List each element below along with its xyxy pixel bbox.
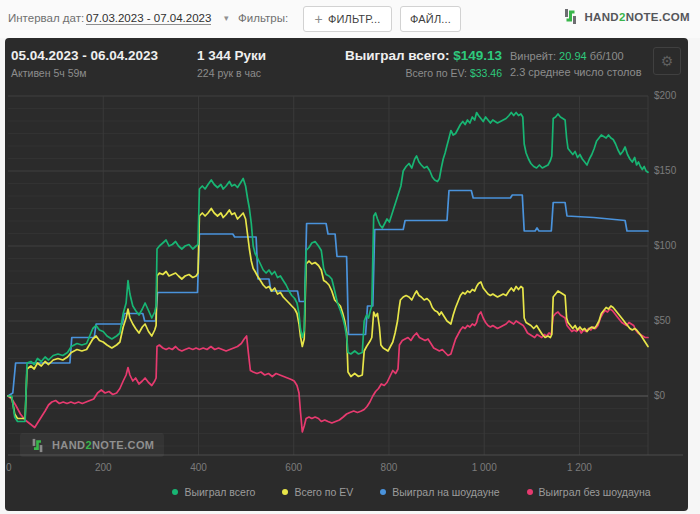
session-report-panel: 05.04.2023 - 06.04.2023 Активен 5ч 59м 1… (5, 38, 688, 511)
top-toolbar: Интервал дат: 07.03.2023 - 07.04.2023 ▾ … (0, 0, 700, 38)
date-interval-selector[interactable]: 07.03.2023 - 07.04.2023 (86, 12, 211, 25)
legend-label: Выиграл всего (184, 486, 255, 498)
legend-item[interactable]: Всего по EV (282, 486, 353, 498)
file-button[interactable]: ФАЙЛ... (400, 6, 461, 32)
legend-label: Выиграл без шоудауна (539, 486, 651, 498)
filters-label: Фильтры: (238, 12, 288, 24)
series-line-Всего по EV (8, 209, 648, 419)
legend-dot-icon (380, 489, 386, 495)
x-axis-tick-label: 0 (6, 462, 12, 473)
legend-label: Выиграл на шоудауне (392, 486, 499, 498)
plus-icon: + (315, 12, 323, 26)
hand2note-watermark-icon (30, 438, 45, 453)
legend-dot-icon (282, 489, 288, 495)
x-axis-tick-label: 600 (285, 462, 302, 473)
file-button-label: ФАЙЛ... (410, 13, 451, 25)
legend-item[interactable]: Выиграл всего (172, 486, 255, 498)
hand2note-logo-text: HAND2NOTE.COM (585, 11, 691, 23)
y-axis-tick-label: $0 (654, 390, 666, 401)
y-axis-tick-label: $200 (654, 90, 677, 101)
x-axis-tick-label: 1 200 (567, 462, 592, 473)
legend-dot-icon (527, 489, 533, 495)
chart-legend: Выиграл всегоВсего по EVВыиграл на шоуда… (135, 486, 688, 498)
hand2note-watermark: HAND2NOTE.COM (20, 433, 164, 457)
date-interval-label: Интервал дат: (8, 12, 84, 24)
add-filter-button[interactable]: + ФИЛЬТР... (303, 6, 392, 32)
legend-dot-icon (172, 489, 178, 495)
add-filter-button-label: ФИЛЬТР... (328, 13, 381, 25)
hand2note-logo-icon (562, 8, 579, 25)
legend-item[interactable]: Выиграл на шоудауне (380, 486, 499, 498)
x-axis-tick-label: 400 (190, 462, 207, 473)
x-axis-tick-label: 200 (95, 462, 112, 473)
x-axis-tick-label: 1 000 (472, 462, 497, 473)
legend-item[interactable]: Выиграл без шоудауна (527, 486, 651, 498)
legend-label: Всего по EV (294, 486, 353, 498)
hand2note-logo: HAND2NOTE.COM (562, 8, 691, 25)
hand2note-watermark-text: HAND2NOTE.COM (52, 439, 154, 451)
y-axis-tick-label: $100 (654, 240, 677, 251)
y-axis-tick-label: $150 (654, 165, 677, 176)
x-axis-tick-label: 800 (381, 462, 398, 473)
y-axis-tick-label: $50 (654, 315, 671, 326)
chevron-down-icon[interactable]: ▾ (224, 13, 229, 23)
